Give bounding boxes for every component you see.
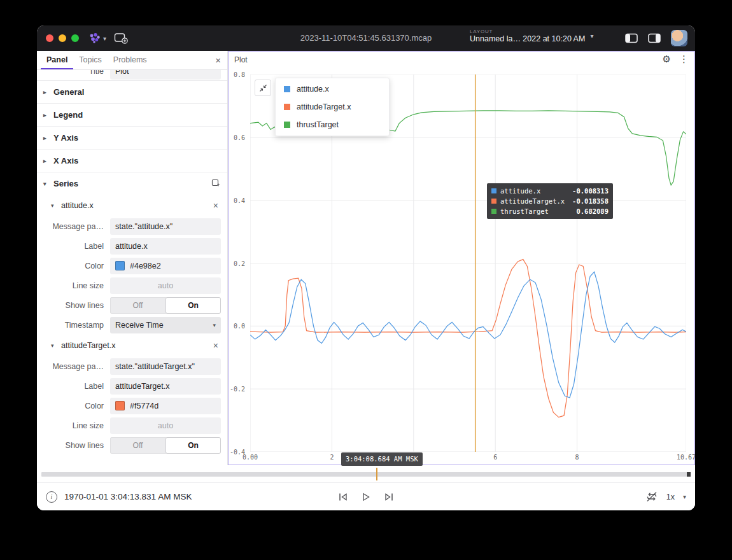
- field-label: Label: [37, 382, 110, 391]
- field-label: Color: [37, 402, 110, 410]
- timeline-scrubber[interactable]: [37, 465, 695, 482]
- show-lines-off-button[interactable]: Off: [110, 437, 165, 454]
- panel-menu-kebab-icon[interactable]: ⋮: [679, 53, 689, 65]
- panel-settings-gear-icon[interactable]: ⚙: [663, 53, 671, 65]
- chart-hover-tooltip: attitude.x -0.008313 attitudeTarget.x -0…: [487, 183, 613, 219]
- timestamp-row: Timestamp Receive Time ▾: [37, 315, 227, 335]
- color-swatch[interactable]: [115, 261, 125, 270]
- section-general[interactable]: ▸ General: [37, 80, 227, 103]
- chevron-down-icon[interactable]: ▾: [683, 493, 686, 500]
- section-legend[interactable]: ▸ Legend: [37, 103, 227, 126]
- show-lines-on-button[interactable]: On: [165, 437, 221, 454]
- panel-title: Plot: [234, 55, 248, 64]
- chevron-right-icon: ▸: [43, 89, 53, 95]
- close-sidebar-icon[interactable]: ×: [213, 55, 223, 66]
- label-input[interactable]: attitudeTarget.x: [110, 378, 221, 395]
- tab-problems[interactable]: Problems: [108, 51, 153, 69]
- sidebar-tabbar: Panel Topics Problems ×: [37, 51, 227, 70]
- chevron-down-icon: ▾: [51, 202, 61, 209]
- series-name: attitude.x: [61, 201, 94, 210]
- legend-item[interactable]: attitude.x: [276, 80, 389, 98]
- add-window-button[interactable]: [114, 32, 128, 44]
- seek-end-button[interactable]: [384, 492, 395, 502]
- line-size-input[interactable]: auto: [110, 277, 221, 294]
- app-menu-button[interactable]: ▾: [88, 32, 106, 44]
- title-field-label: Title: [37, 70, 110, 76]
- tooltip-row: thrustTarget 0.682089: [491, 206, 609, 216]
- message-path-input[interactable]: state."attitude.x": [110, 218, 221, 235]
- show-lines-off-button[interactable]: Off: [110, 297, 165, 314]
- user-avatar[interactable]: [671, 30, 687, 46]
- tab-panel[interactable]: Panel: [41, 51, 73, 69]
- color-hex: #f5774d: [130, 402, 158, 410]
- field-label: Color: [37, 262, 110, 270]
- series-color-swatch: [491, 209, 496, 214]
- message-path-row: Message pa… state."attitudeTarget.x": [37, 356, 227, 376]
- line-size-input[interactable]: auto: [110, 417, 221, 434]
- field-label: Line size: [37, 421, 110, 430]
- toggle-left-sidebar-button[interactable]: [625, 33, 638, 43]
- series-color-swatch: [491, 199, 496, 204]
- field-label: Show lines: [37, 441, 110, 450]
- tooltip-series-value: -0.018358: [572, 197, 609, 205]
- color-input[interactable]: #4e98e2: [110, 258, 221, 274]
- toggle-right-sidebar-button[interactable]: [648, 33, 661, 43]
- section-series[interactable]: ▾ Series: [37, 172, 227, 195]
- series-color-swatch: [284, 122, 290, 128]
- legend-label: attitude.x: [297, 85, 329, 94]
- line-size-row: Line size auto: [37, 416, 227, 435]
- series-color-swatch: [491, 188, 496, 193]
- panel-settings: Title Plot ▸ General ▸ Legend ▸ Y Axis: [37, 70, 227, 465]
- series-header-attitudetarget-x[interactable]: ▾ attitudeTarget.x ×: [37, 335, 227, 356]
- show-lines-toggle: Off On: [110, 437, 221, 454]
- clipped-title-row: Title Plot: [37, 70, 227, 80]
- source-title: 2023-11-10T04:51:45.631370.mcap: [300, 25, 432, 51]
- label-row: Label attitudeTarget.x: [37, 376, 227, 396]
- tooltip-series-name: thrustTarget: [500, 207, 572, 215]
- foxglove-logo-icon: [88, 32, 101, 44]
- color-input[interactable]: #f5774d: [110, 398, 221, 414]
- legend-item[interactable]: thrustTarget: [276, 116, 389, 134]
- remove-series-icon[interactable]: ×: [211, 200, 221, 211]
- message-path-input[interactable]: state."attitudeTarget.x": [110, 358, 221, 375]
- timestamp-select[interactable]: Receive Time ▾: [110, 317, 221, 333]
- seek-start-button[interactable]: [338, 492, 349, 502]
- section-label: X Axis: [53, 156, 78, 165]
- close-window-button[interactable]: [46, 34, 53, 42]
- loop-disabled-icon[interactable]: [645, 491, 658, 502]
- scrubber-track[interactable]: [41, 472, 691, 477]
- tab-topics[interactable]: Topics: [73, 51, 107, 69]
- minimize-window-button[interactable]: [59, 34, 66, 42]
- color-hex: #4e98e2: [130, 262, 161, 270]
- legend-label: attitudeTarget.x: [297, 102, 351, 111]
- layout-selector[interactable]: LAYOUT Unnamed la… 2022 at 10:20 AM ▾: [470, 29, 593, 43]
- add-series-icon[interactable]: [211, 179, 221, 188]
- chevron-right-icon: ▸: [43, 135, 53, 141]
- show-lines-on-button[interactable]: On: [165, 297, 221, 314]
- scrubber-end-marker: [687, 472, 691, 477]
- section-y-axis[interactable]: ▸ Y Axis: [37, 126, 227, 149]
- playback-speed[interactable]: 1x: [666, 493, 675, 501]
- tooltip-series-name: attitude.x: [500, 187, 568, 195]
- zoom-window-button[interactable]: [71, 34, 79, 42]
- legend-item[interactable]: attitudeTarget.x: [276, 98, 389, 116]
- collapse-legend-button[interactable]: [255, 80, 271, 96]
- title-field[interactable]: Plot: [110, 70, 221, 80]
- layout-name: Unnamed la… 2022 at 10:20 AM: [470, 34, 585, 43]
- app-window: ▾ 2023-11-10T04:51:45.631370.mcap LAYOUT…: [37, 25, 695, 510]
- series-header-attitude-x[interactable]: ▾ attitude.x ×: [37, 195, 227, 216]
- chevron-down-icon: ▾: [213, 322, 216, 328]
- section-x-axis[interactable]: ▸ X Axis: [37, 149, 227, 172]
- scrubber-hover-tooltip: 3:04:08.684 AM MSK: [341, 452, 423, 466]
- label-input[interactable]: attitude.x: [110, 238, 221, 255]
- plot-panel: Plot ⚙ ⋮ 0.80.60.40.20.0-0.2-0.4 0.00246…: [228, 51, 695, 465]
- remove-series-icon[interactable]: ×: [211, 340, 221, 351]
- section-label: Legend: [53, 110, 83, 120]
- field-label: Label: [37, 242, 110, 251]
- play-button[interactable]: [362, 492, 371, 502]
- info-icon[interactable]: i: [46, 491, 57, 503]
- show-lines-row: Show lines Off On: [37, 295, 227, 315]
- layout-label: LAYOUT: [470, 29, 585, 34]
- color-swatch[interactable]: [115, 401, 125, 410]
- scrubber-playhead[interactable]: [376, 468, 377, 480]
